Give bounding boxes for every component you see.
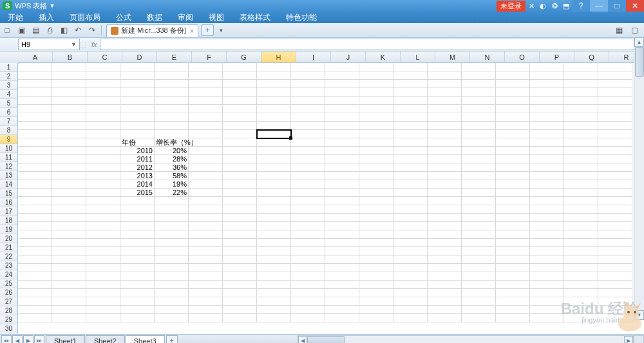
cell-C16[interactable]: [86, 189, 120, 197]
cell-A23[interactable]: [18, 247, 52, 255]
window-layout-icon[interactable]: ▦: [612, 24, 625, 36]
cell-G25[interactable]: [223, 264, 257, 272]
row-header-17[interactable]: 17: [0, 207, 18, 216]
cell-A16[interactable]: [18, 189, 52, 197]
cell-N14[interactable]: [462, 172, 496, 180]
cell-Q2[interactable]: [564, 71, 598, 80]
col-header-Q[interactable]: Q: [574, 51, 609, 63]
close-button[interactable]: ✕: [626, 0, 644, 12]
cell-G28[interactable]: [223, 289, 257, 297]
cell-N29[interactable]: [462, 297, 496, 306]
cell-D15[interactable]: 2014: [120, 180, 155, 189]
cell-C31[interactable]: [86, 314, 120, 322]
cell-H17[interactable]: [257, 197, 291, 205]
row-header-26[interactable]: 26: [0, 288, 18, 297]
menu-插入[interactable]: 插入: [31, 12, 62, 23]
cell-J14[interactable]: [325, 172, 359, 180]
cell-B21[interactable]: [52, 230, 86, 239]
cell-I29[interactable]: [291, 297, 325, 306]
cell-P9[interactable]: [530, 130, 564, 138]
cell-C27[interactable]: [86, 281, 120, 289]
cell-H24[interactable]: [257, 255, 291, 264]
cell-I31[interactable]: [291, 314, 325, 322]
cell-K19[interactable]: [359, 214, 393, 222]
cell-K29[interactable]: [359, 297, 393, 306]
tab-menu-icon[interactable]: ▾: [214, 24, 227, 36]
cell-J16[interactable]: [325, 189, 359, 197]
cell-E10[interactable]: 增长率（%）: [155, 138, 189, 147]
cell-K5[interactable]: [359, 97, 393, 105]
cell-E9[interactable]: [155, 130, 189, 138]
cell-K18[interactable]: [359, 205, 393, 214]
row-header-21[interactable]: 21: [0, 243, 18, 252]
row-header-16[interactable]: 16: [0, 198, 18, 207]
cell-N9[interactable]: [462, 130, 496, 138]
cell-G13[interactable]: [223, 163, 257, 172]
row-header-1[interactable]: 1: [0, 63, 18, 72]
cell-H23[interactable]: [257, 247, 291, 255]
cell-D19[interactable]: [120, 214, 155, 222]
cell-F24[interactable]: [189, 255, 223, 264]
cell-G26[interactable]: [223, 272, 257, 281]
cell-G1[interactable]: [223, 63, 257, 71]
cell-A6[interactable]: [18, 105, 52, 113]
col-header-M[interactable]: M: [435, 51, 470, 63]
cell-J20[interactable]: [325, 222, 359, 230]
app-menu-dropdown-icon[interactable]: ▼: [49, 3, 55, 9]
cell-E26[interactable]: [155, 272, 189, 281]
vertical-scrollbar[interactable]: ▲ ▼: [634, 37, 644, 320]
name-box[interactable]: H9 ▼: [18, 39, 80, 50]
cell-B1[interactable]: [52, 63, 86, 71]
cell-A26[interactable]: [18, 272, 52, 281]
cell-A4[interactable]: [18, 88, 52, 97]
cell-M30[interactable]: [428, 306, 462, 314]
cell-H6[interactable]: [257, 105, 291, 113]
cell-G31[interactable]: [223, 314, 257, 322]
cell-B17[interactable]: [52, 197, 86, 205]
cell-H12[interactable]: [257, 155, 291, 163]
cell-H21[interactable]: [257, 230, 291, 239]
cell-J4[interactable]: [325, 88, 359, 97]
cell-R6[interactable]: [598, 105, 632, 113]
cell-F14[interactable]: [189, 172, 223, 180]
cell-N17[interactable]: [462, 197, 496, 205]
cell-B30[interactable]: [52, 306, 86, 314]
cell-B18[interactable]: [52, 205, 86, 214]
cell-N10[interactable]: [462, 138, 496, 147]
cell-J30[interactable]: [325, 306, 359, 314]
cell-O10[interactable]: [496, 138, 530, 147]
cell-R3[interactable]: [598, 80, 632, 88]
col-header-E[interactable]: E: [157, 51, 192, 63]
cell-C2[interactable]: [86, 71, 120, 80]
menu-表格样式[interactable]: 表格样式: [232, 12, 278, 23]
cell-K30[interactable]: [359, 306, 393, 314]
cell-O27[interactable]: [496, 281, 530, 289]
col-header-D[interactable]: D: [122, 51, 157, 63]
cell-E28[interactable]: [155, 289, 189, 297]
cell-Q25[interactable]: [564, 264, 598, 272]
cell-H19[interactable]: [257, 214, 291, 222]
cell-Q5[interactable]: [564, 97, 598, 105]
cell-C13[interactable]: [86, 163, 120, 172]
cell-Q20[interactable]: [564, 222, 598, 230]
cell-B9[interactable]: [52, 130, 86, 138]
cell-Q4[interactable]: [564, 88, 598, 97]
cell-H11[interactable]: [257, 147, 291, 155]
cell-F12[interactable]: [189, 155, 223, 163]
cell-D16[interactable]: 2015: [120, 189, 155, 197]
cell-P1[interactable]: [530, 63, 564, 71]
cell-P22[interactable]: [530, 239, 564, 247]
cell-I2[interactable]: [291, 71, 325, 80]
cell-A17[interactable]: [18, 197, 52, 205]
cell-F20[interactable]: [189, 222, 223, 230]
cell-R23[interactable]: [598, 247, 632, 255]
cell-D18[interactable]: [120, 205, 155, 214]
cell-N11[interactable]: [462, 147, 496, 155]
preview-icon[interactable]: ◧: [57, 24, 70, 36]
select-all-corner[interactable]: [0, 51, 19, 64]
cell-K10[interactable]: [359, 138, 393, 147]
cell-B23[interactable]: [52, 247, 86, 255]
row-header-19[interactable]: 19: [0, 225, 18, 234]
cell-J27[interactable]: [325, 281, 359, 289]
cell-I22[interactable]: [291, 239, 325, 247]
